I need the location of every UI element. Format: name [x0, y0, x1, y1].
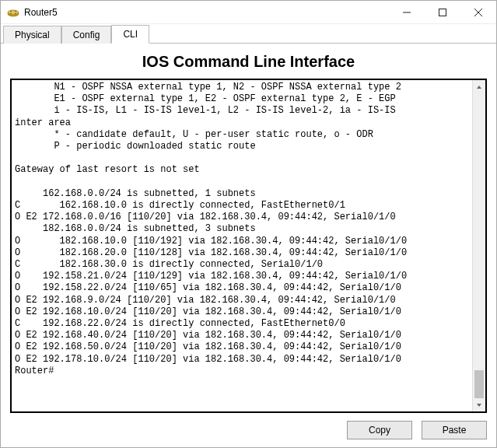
tab-config[interactable]: Config — [61, 26, 112, 44]
svg-marker-7 — [477, 404, 481, 407]
button-row: Copy Paste — [10, 413, 487, 439]
window-controls — [389, 1, 496, 23]
tab-physical[interactable]: Physical — [3, 26, 61, 44]
scroll-down-button[interactable] — [473, 398, 485, 411]
titlebar: Router5 — [1, 1, 496, 24]
svg-point-1 — [8, 10, 19, 15]
terminal-frame: N1 - OSPF NSSA external type 1, N2 - OSP… — [10, 79, 487, 413]
scroll-up-button[interactable] — [473, 80, 485, 93]
scrollbar[interactable] — [472, 80, 485, 411]
page-title: IOS Command Line Interface — [10, 53, 487, 71]
paste-button[interactable]: Paste — [422, 421, 487, 439]
svg-rect-3 — [439, 9, 446, 16]
svg-marker-6 — [477, 86, 481, 89]
maximize-button[interactable] — [425, 1, 460, 23]
close-button[interactable] — [460, 1, 496, 23]
terminal-output[interactable]: N1 - OSPF NSSA external type 1, N2 - OSP… — [12, 80, 472, 411]
tab-cli[interactable]: CLI — [111, 25, 149, 44]
scroll-thumb[interactable] — [474, 370, 484, 398]
scroll-track[interactable] — [473, 93, 485, 398]
content-area: IOS Command Line Interface N1 - OSPF NSS… — [1, 44, 496, 447]
tab-bar: Physical Config CLI — [1, 24, 496, 44]
router-icon — [7, 6, 19, 19]
window-title: Router5 — [24, 7, 389, 18]
app-window: Router5 Physical Config CLI IOS Command … — [0, 0, 497, 448]
minimize-button[interactable] — [389, 1, 425, 23]
copy-button[interactable]: Copy — [347, 421, 412, 439]
